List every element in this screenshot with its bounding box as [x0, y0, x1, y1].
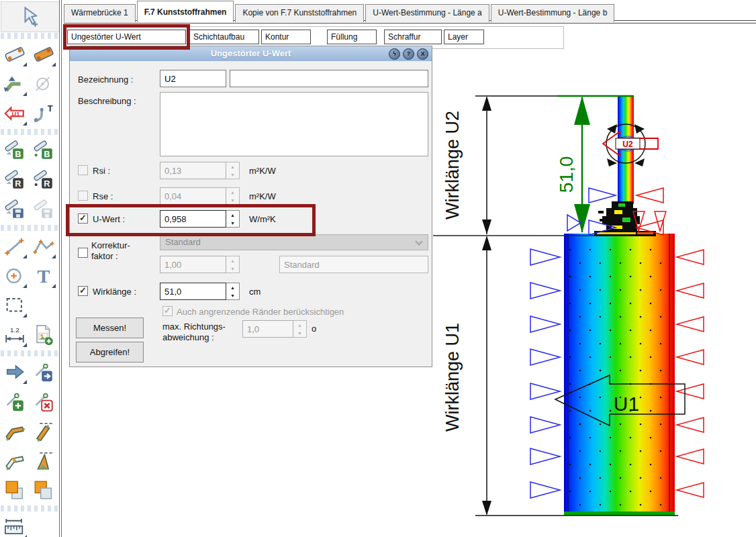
rse-input: [160, 187, 226, 205]
select-tool[interactable]: [1, 1, 60, 32]
corner-arrow-tool[interactable]: [0, 69, 29, 99]
image-add-tool[interactable]: [29, 320, 58, 350]
richtung-spinner: [293, 320, 307, 338]
rect-select-tool[interactable]: [0, 291, 29, 320]
subtab-fuellung[interactable]: Füllung: [327, 30, 377, 44]
tab-uwert-laenge-b[interactable]: U-Wert-Bestimmung - Länge b: [491, 4, 615, 22]
dimension-u2: [482, 96, 491, 234]
rsi-label: Rsi :: [93, 166, 110, 176]
measure-band-tool[interactable]: [29, 40, 58, 69]
abgreifen-button[interactable]: Abgreifen!: [76, 342, 144, 362]
line-delete-icon: [32, 390, 55, 413]
dimension-icon: 1.2: [3, 324, 26, 346]
u1-arrow-label: U1: [614, 393, 639, 415]
text-icon: T: [32, 264, 55, 287]
rse-unit: m²K/W: [249, 191, 276, 201]
svg-text:1.2: 1.2: [10, 326, 19, 334]
measure-tool[interactable]: [0, 40, 29, 69]
close-icon[interactable]: X: [417, 48, 428, 60]
korrektur-text-input: [279, 256, 428, 273]
wirklaenge-input[interactable]: [160, 283, 226, 300]
rsi-checkbox[interactable]: [78, 165, 88, 175]
bezeichnung-input-2[interactable]: [230, 70, 428, 87]
ungestoerter-uwert-dialog: Ungestörter U-Wert ϟ ? X Bezeichnung : B…: [69, 46, 432, 367]
t-connector-tool[interactable]: T: [29, 99, 58, 128]
wirklaenge-label: Wirklänge :: [93, 287, 136, 297]
pen-save-tool[interactable]: [0, 195, 29, 224]
chamfer-3-icon: [3, 449, 26, 472]
uwert-spinner[interactable]: [226, 210, 240, 228]
svg-text:R: R: [44, 179, 50, 189]
toolbar-divider: [59, 0, 60, 537]
chamfer-tool-2[interactable]: [29, 416, 58, 446]
thermal-simulation-canvas[interactable]: Wirklänge U2 Wirklänge U1 51,0 U2: [433, 67, 756, 537]
dimension-tool[interactable]: 1.2: [0, 320, 29, 350]
subtab-kontur[interactable]: Kontur: [261, 30, 311, 44]
subtab-layer[interactable]: Layer: [444, 30, 484, 44]
bring-front-tool[interactable]: [0, 475, 29, 505]
ruler-tool[interactable]: [0, 512, 29, 537]
bezeichnung-label: Bezeichnung :: [78, 75, 133, 85]
circle-icon: [3, 264, 26, 287]
pen-b-icon: B: [3, 139, 26, 162]
messen-button[interactable]: Messen!: [76, 318, 144, 338]
circle-snap-tool-disabled[interactable]: [29, 69, 58, 99]
tab-kopie-f7[interactable]: Kopie von F.7 Kunststoffrahmen: [235, 4, 364, 22]
line-tool[interactable]: [0, 232, 29, 261]
pen-save-tool-disabled[interactable]: [29, 195, 58, 224]
svg-text:T: T: [47, 103, 52, 113]
recalculate-icon[interactable]: ϟ: [389, 48, 400, 60]
polyline-tool[interactable]: [29, 232, 58, 261]
rse-spinner: [226, 187, 240, 205]
richtung-input: [242, 320, 293, 338]
spin-down-icon: [226, 170, 239, 179]
pen-r-tool[interactable]: R: [0, 165, 29, 195]
beschreibung-textarea[interactable]: [160, 92, 428, 156]
circle-tool[interactable]: [0, 261, 29, 291]
pen-b-dot-tool[interactable]: B: [29, 136, 58, 165]
toolbar-empty-cell: [29, 512, 58, 537]
drawing-toolbar: U1 T B B R R T 1.2: [0, 0, 59, 537]
uwert-input[interactable]: [160, 210, 226, 228]
pen-r-dot-tool[interactable]: R: [29, 165, 58, 195]
text-tool[interactable]: T: [29, 261, 58, 291]
tab-waermebruecke-1[interactable]: Wärmebrücke 1: [64, 4, 136, 22]
korrektur-checkbox[interactable]: [78, 248, 88, 258]
line-delete-tool[interactable]: [29, 387, 58, 416]
chamfer-tool-3[interactable]: [0, 446, 29, 475]
u1-arrow-tool[interactable]: U1: [0, 99, 29, 128]
korrektur-dropdown: Standard: [160, 234, 428, 250]
chamfer-2-icon: [32, 420, 55, 442]
bezeichnung-input[interactable]: [160, 70, 226, 87]
wall-section: [564, 234, 675, 516]
subtab-schraffur[interactable]: Schraffur: [384, 30, 442, 44]
uwert-checkbox[interactable]: [78, 213, 88, 224]
tab-uwert-laenge-a[interactable]: U-Wert-Bestimmung - Länge a: [365, 4, 489, 22]
wirklaenge-checkbox[interactable]: [78, 286, 88, 296]
line-arrow-tool[interactable]: [29, 357, 58, 387]
subtab-schichtaufbau[interactable]: Schichtaufbau: [189, 30, 259, 44]
arrow-tool[interactable]: [0, 357, 29, 387]
line-add-tool[interactable]: [0, 387, 29, 416]
svg-text:R: R: [15, 179, 21, 189]
korrektur-input: [160, 256, 226, 273]
uwert-unit: W/m²K: [249, 214, 276, 224]
wall-boundary-arrows-inside: [530, 249, 560, 498]
rsi-spinner: [226, 162, 240, 179]
wirklaenge-unit: cm: [249, 287, 261, 297]
wall-boundary-arrows-outside: [677, 250, 704, 497]
pen-r-dot-icon: R: [32, 168, 55, 191]
send-back-tool[interactable]: [29, 475, 58, 505]
pen-b-tool[interactable]: B: [0, 136, 29, 165]
subtab-ungestoerter-uwert[interactable]: Ungestörter U-Wert: [67, 30, 186, 44]
help-icon[interactable]: ?: [403, 48, 414, 60]
tab-f7-kunststoffrahmen[interactable]: F.7 Kunststoffrahmen: [137, 1, 234, 22]
wirklaenge-spinner[interactable]: [226, 283, 240, 300]
circle-snap-icon: [32, 72, 55, 95]
u-value-arrow-icon: U1: [3, 102, 26, 125]
rse-checkbox[interactable]: [78, 191, 88, 201]
korrektur-label-2: faktor :: [91, 251, 118, 261]
chamfer-tool-4[interactable]: [29, 446, 58, 475]
chamfer-tool-1[interactable]: [0, 416, 29, 446]
polyline-icon: [32, 235, 55, 258]
